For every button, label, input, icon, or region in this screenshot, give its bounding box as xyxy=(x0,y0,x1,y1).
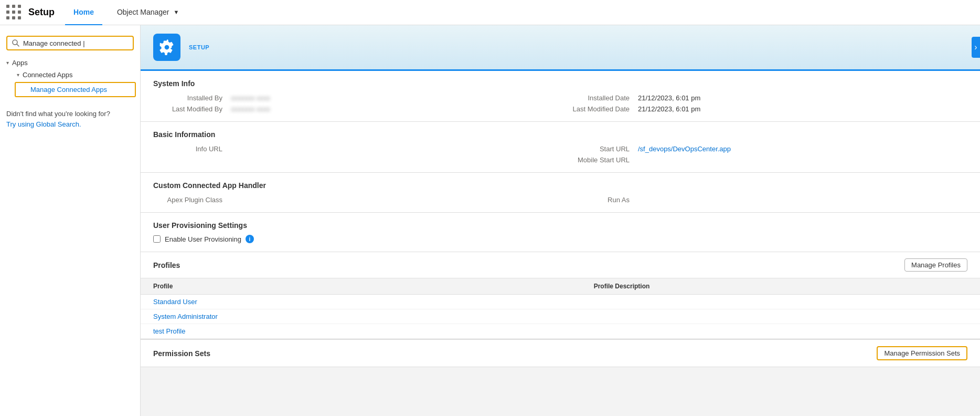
sidebar-connected-apps-group: ▾ Connected Apps Manage Connected Apps xyxy=(0,69,140,97)
start-url-value[interactable]: /sf_devops/DevOpsCenter.app xyxy=(638,145,731,153)
last-modified-by-value: xxxxxxx xxxx xyxy=(231,105,270,113)
svg-line-1 xyxy=(17,44,19,46)
user-provisioning-title: User Provisioning Settings xyxy=(153,221,967,230)
installed-date-row: Installed Date 21/12/2023, 6:01 pm xyxy=(560,94,967,102)
table-row: test Profile xyxy=(141,324,980,339)
installed-by-label: Installed By xyxy=(153,94,227,102)
system-info-title: System Info xyxy=(153,79,967,88)
last-modified-date-row: Last Modified Date 21/12/2023, 6:01 pm xyxy=(560,105,967,113)
last-modified-date-label: Last Modified Date xyxy=(560,105,634,113)
manage-permission-sets-button[interactable]: Manage Permission Sets xyxy=(877,346,967,360)
basic-info-title: Basic Information xyxy=(153,130,967,139)
search-wrapper xyxy=(0,32,140,57)
installed-by-value: xxxxxxx xxxx xyxy=(231,94,270,102)
installed-date-value: 21/12/2023, 6:01 pm xyxy=(638,94,700,102)
basic-info-grid: Info URL Start URL /sf_devops/DevOpsCent… xyxy=(153,145,967,164)
scroll-right-tab[interactable] xyxy=(972,37,980,58)
table-row: Standard User xyxy=(141,295,980,309)
run-as-row: Run As xyxy=(560,196,967,204)
sidebar-item-connected-apps[interactable]: ▾ Connected Apps xyxy=(10,69,140,81)
apex-plugin-label: Apex Plugin Class xyxy=(153,196,227,204)
user-provisioning-section: User Provisioning Settings Enable User P… xyxy=(141,213,980,252)
search-box-container xyxy=(6,36,134,50)
enable-user-provisioning-row: Enable User Provisioning i xyxy=(153,235,967,243)
permission-sets-header: Permission Sets Manage Permission Sets xyxy=(141,339,980,367)
main-layout: ▾ Apps ▾ Connected Apps Manage Connected… xyxy=(0,25,980,416)
sidebar-item-manage-connected-apps[interactable]: Manage Connected Apps xyxy=(15,82,136,97)
start-url-label: Start URL xyxy=(560,145,634,153)
page-header: SETUP xyxy=(141,25,980,71)
sidebar: ▾ Apps ▾ Connected Apps Manage Connected… xyxy=(0,25,141,416)
profile-link[interactable]: System Administrator xyxy=(153,313,218,320)
top-navigation: Setup Home Object Manager ▼ xyxy=(0,0,980,25)
tab-home[interactable]: Home xyxy=(65,0,102,25)
profile-link[interactable]: Standard User xyxy=(153,298,197,306)
installed-by-row: Installed By xxxxxxx xxxx xyxy=(153,94,560,102)
system-info-grid: Installed By xxxxxxx xxxx Installed Date… xyxy=(153,94,967,113)
custom-handler-section: Custom Connected App Handler Apex Plugin… xyxy=(141,173,980,213)
table-row: System Administrator xyxy=(141,309,980,324)
info-url-row: Info URL xyxy=(153,145,560,164)
profiles-title: Profiles xyxy=(153,261,180,269)
manage-profiles-button[interactable]: Manage Profiles xyxy=(904,258,967,272)
run-as-label: Run As xyxy=(560,196,634,204)
chevron-down-icon: ▾ xyxy=(6,60,9,66)
apex-plugin-row: Apex Plugin Class xyxy=(153,196,560,204)
last-modified-date-value: 21/12/2023, 6:01 pm xyxy=(638,105,700,113)
start-url-row: Start URL /sf_devops/DevOpsCenter.app xyxy=(560,145,967,153)
info-icon[interactable]: i xyxy=(246,235,254,243)
search-icon xyxy=(12,39,20,47)
not-found-message: Didn't find what you're looking for? Try… xyxy=(0,100,140,138)
permission-sets-title: Permission Sets xyxy=(153,349,210,358)
enable-user-provisioning-label: Enable User Provisioning xyxy=(165,235,241,243)
chevron-down-icon: ▼ xyxy=(174,9,179,15)
gear-icon xyxy=(159,39,175,55)
mobile-start-url-row: Mobile Start URL xyxy=(560,156,967,164)
profiles-section: Profiles Manage Profiles Profile Profile… xyxy=(141,252,980,339)
last-modified-by-label: Last Modified By xyxy=(153,105,227,113)
basic-info-section: Basic Information Info URL Start URL /sf… xyxy=(141,122,980,173)
sidebar-apps-group: ▾ Apps ▾ Connected Apps Manage Connected… xyxy=(0,57,140,100)
search-input[interactable] xyxy=(23,39,129,47)
enable-user-provisioning-checkbox[interactable] xyxy=(153,235,161,243)
sidebar-sub-group-label: Connected Apps xyxy=(23,71,72,79)
profile-description-col-header: Profile Description xyxy=(581,278,980,295)
profile-description xyxy=(581,309,980,324)
permission-sets-section: Permission Sets Manage Permission Sets xyxy=(141,339,980,367)
content-body: System Info Installed By xxxxxxx xxxx In… xyxy=(141,71,980,367)
profile-link[interactable]: test Profile xyxy=(153,327,185,335)
profile-description xyxy=(581,295,980,309)
setup-label: SETUP xyxy=(189,44,209,50)
sidebar-item-apps[interactable]: ▾ Apps xyxy=(0,57,140,69)
main-content: SETUP System Info Installed By xxxxxxx x… xyxy=(141,25,980,416)
profiles-table: Profile Profile Description Standard Use… xyxy=(141,278,980,339)
custom-handler-grid: Apex Plugin Class Run As xyxy=(153,196,967,204)
mobile-start-url-label: Mobile Start URL xyxy=(560,156,634,164)
app-title: Setup xyxy=(28,7,55,18)
profiles-header: Profiles Manage Profiles xyxy=(141,252,980,278)
app-grid-icon[interactable] xyxy=(6,5,22,20)
sidebar-group-label: Apps xyxy=(12,59,28,67)
info-url-label: Info URL xyxy=(153,145,227,153)
custom-handler-title: Custom Connected App Handler xyxy=(153,181,967,190)
gear-icon-box xyxy=(153,34,180,61)
profile-col-header: Profile xyxy=(141,278,581,295)
system-info-section: System Info Installed By xxxxxxx xxxx In… xyxy=(141,71,980,122)
installed-date-label: Installed Date xyxy=(560,94,634,102)
last-modified-by-row: Last Modified By xxxxxxx xxxx xyxy=(153,105,560,113)
tab-object-manager[interactable]: Object Manager ▼ xyxy=(109,0,188,25)
chevron-down-icon: ▾ xyxy=(17,72,19,78)
global-search-link[interactable]: Try using Global Search. xyxy=(6,120,81,128)
profile-description xyxy=(581,324,980,339)
